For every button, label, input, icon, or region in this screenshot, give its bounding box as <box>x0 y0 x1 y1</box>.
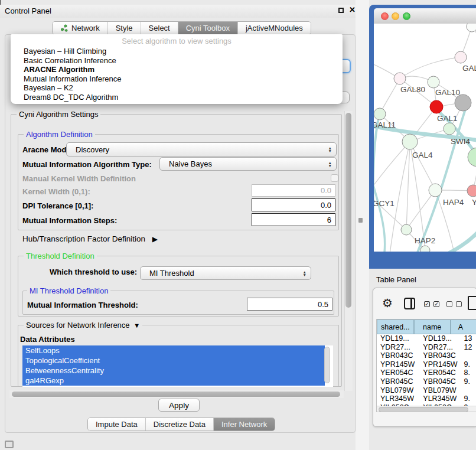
sources-group-title[interactable]: Sources for Network Inference ▼ <box>24 321 142 330</box>
list-item[interactable]: SelfLoops <box>22 345 325 356</box>
tab-select-label: Select <box>149 24 170 32</box>
tab-cyni-toolbox-label: Cyni Toolbox <box>186 24 230 32</box>
dpi-tolerance-value: 0.0 <box>321 201 331 210</box>
mi-threshold-value: 0.5 <box>318 300 328 309</box>
table-row[interactable]: YDR27...YDR27...12 <box>377 343 476 352</box>
dropdown-item[interactable]: Dream8 DC_TDC Algorithm <box>24 93 118 102</box>
mi-type-combo[interactable]: Naive Bayes ▲▼ <box>159 157 337 171</box>
node-label: GAL11 <box>374 120 396 129</box>
zoom-traffic-light[interactable] <box>403 12 410 20</box>
tab-discretize-data-label: Discretize Data <box>154 420 206 429</box>
network-graph: GAL GAL80 GAL10 GAL1 GAL11 SWI4 GAL4 GCY… <box>374 24 476 252</box>
node-gal80[interactable] <box>394 73 406 84</box>
mi-threshold-group-title: MI Threshold Definition <box>27 286 110 295</box>
dropdown-item[interactable]: Bayesian – K2 <box>24 83 73 92</box>
dropdown-item-label: Basic Correlation Inference <box>24 56 116 65</box>
node-gal10[interactable] <box>428 76 439 88</box>
node-label: GAL80 <box>400 85 425 94</box>
node-label: GAL <box>462 64 476 73</box>
dropdown-placeholder: Select algorithm to view settings <box>11 37 343 45</box>
collapsed-panel-icon[interactable] <box>5 441 14 448</box>
which-threshold-value: MI Threshold <box>149 269 194 278</box>
splitter-handle-icon[interactable] <box>358 218 363 223</box>
tab-jactivemnodules[interactable]: jActiveMNodules <box>238 22 311 34</box>
mi-type-value: Naive Bayes <box>169 159 212 168</box>
node-label: GAL1 <box>437 114 458 123</box>
combo-stepper-icon: ▲▼ <box>303 270 307 276</box>
data-attributes-label: Data Attributes <box>20 335 75 344</box>
table-row[interactable]: YDL19...YDL19...13 <box>377 334 476 343</box>
tab-style[interactable]: Style <box>108 22 141 34</box>
select-all-checkboxes-icon[interactable]: ✓ <box>433 301 439 307</box>
node-pink-topright[interactable] <box>455 51 467 63</box>
unselect-all-checkboxes-icon[interactable] <box>446 301 452 307</box>
tab-infer-network[interactable]: Infer Network <box>214 418 275 431</box>
tab-network[interactable]: Network <box>53 22 108 34</box>
which-threshold-combo[interactable]: MI Threshold ▲▼ <box>140 266 311 280</box>
node-label: GAL4 <box>412 151 433 159</box>
tab-select[interactable]: Select <box>141 22 178 34</box>
kernel-width-field[interactable]: 0.0 <box>252 184 335 197</box>
dropdown-item[interactable]: Mutual Information Inference <box>24 74 121 83</box>
node-big-green-right[interactable] <box>468 148 476 167</box>
dropdown-item[interactable]: Basic Correlation Inference <box>24 56 116 65</box>
node-swi4[interactable] <box>444 123 455 135</box>
combo-stepper-icon: ▲▼ <box>328 161 332 167</box>
apply-button[interactable]: Apply <box>158 399 200 412</box>
dropdown-item[interactable]: Bayesian – Hill Climbing <box>24 47 106 56</box>
unselect-all-checkboxes-icon[interactable] <box>456 301 462 307</box>
file-page-icon[interactable] <box>468 296 476 310</box>
column-header-name[interactable]: name <box>414 319 451 334</box>
table-row[interactable]: YBR045CYBR045C9. <box>377 377 476 386</box>
column-header-partial[interactable]: A <box>451 319 476 334</box>
settings-vscrollbar-thumb[interactable] <box>345 113 351 308</box>
node-gray[interactable] <box>455 94 471 111</box>
which-threshold-label: Which threshold to use: <box>50 268 137 276</box>
apply-button-label: Apply <box>169 401 189 410</box>
network-window-titlebar[interactable] <box>374 8 476 24</box>
aracne-mode-combo[interactable]: Discovery ▲▼ <box>66 142 337 156</box>
tab-cyni-toolbox[interactable]: Cyni Toolbox <box>178 22 238 34</box>
node-hap4[interactable] <box>429 184 442 197</box>
dpi-tolerance-field[interactable]: 0.0 <box>252 198 335 211</box>
node-gal11[interactable] <box>374 108 386 120</box>
column-header-shared-name[interactable]: shared... <box>377 319 414 334</box>
table-row[interactable]: YBL079WYBL079W <box>377 386 476 395</box>
attributes-scrollbar-thumb[interactable] <box>324 347 330 383</box>
node-hap2[interactable] <box>401 224 412 235</box>
node-label: GAL10 <box>435 88 460 97</box>
node-gal4[interactable] <box>402 134 418 149</box>
attr-label: BetweennessCentrality <box>25 366 104 375</box>
close-traffic-light[interactable] <box>381 12 389 20</box>
panel-splitter[interactable] <box>356 0 369 450</box>
network-canvas[interactable]: GAL GAL80 GAL10 GAL1 GAL11 SWI4 GAL4 GCY… <box>374 24 476 252</box>
table-hscrollbar-thumb[interactable] <box>379 407 468 412</box>
table-row[interactable]: YLR345WYLR345W9. <box>377 394 476 403</box>
tab-discretize-data[interactable]: Discretize Data <box>146 418 214 431</box>
select-all-checkboxes-icon[interactable]: ✓ <box>424 301 430 307</box>
manual-kernel-label: Manual Kernel Width Definition <box>22 174 136 183</box>
list-item[interactable]: TopologicalCoefficient <box>22 356 325 366</box>
mi-steps-field[interactable]: 6 <box>252 213 335 226</box>
tab-impute-data[interactable]: Impute Data <box>88 418 146 431</box>
minimize-traffic-light[interactable] <box>392 12 399 20</box>
table-row[interactable]: YPR145WYPR145W9. <box>377 360 476 369</box>
mi-threshold-field[interactable]: 0.5 <box>247 298 332 311</box>
table-row[interactable]: YBR043CYBR043C <box>377 351 476 360</box>
table-row[interactable]: YER054CYER054C8. <box>377 369 476 377</box>
tab-style-label: Style <box>116 24 133 32</box>
node-top-partial[interactable] <box>467 24 476 32</box>
attr-label: gal4RGexp <box>25 376 64 385</box>
split-columns-icon[interactable] <box>404 298 415 309</box>
dropdown-item-highlighted[interactable]: ARACNE Algorithm <box>24 65 94 74</box>
float-icon[interactable] <box>338 8 344 13</box>
list-item[interactable]: gal4RGexp <box>22 376 325 386</box>
manual-kernel-checkbox[interactable] <box>331 174 338 182</box>
node-salmon[interactable] <box>467 185 476 197</box>
settings-gear-icon[interactable]: ⚙ <box>382 297 393 309</box>
list-item[interactable]: BetweennessCentrality <box>22 366 325 376</box>
node-gal1-red[interactable] <box>430 100 443 113</box>
hub-definition-toggle[interactable]: Hub/Transcription Factor Definition ▶ <box>22 234 158 243</box>
settings-hscrollbar-thumb[interactable] <box>12 392 340 397</box>
close-icon[interactable]: ✕ <box>349 5 356 14</box>
